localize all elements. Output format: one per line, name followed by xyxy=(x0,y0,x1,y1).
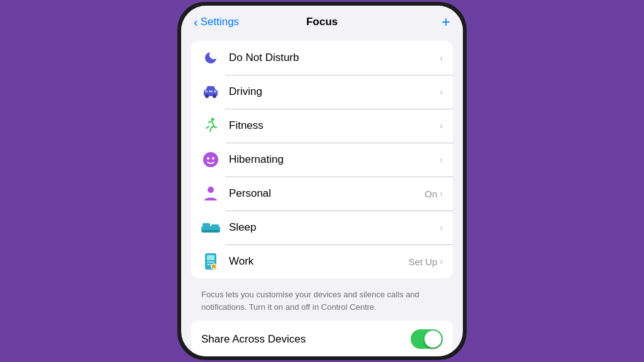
hibernating-label: Hibernating xyxy=(229,153,440,166)
svg-text:!: ! xyxy=(213,266,214,270)
svg-rect-3 xyxy=(205,90,208,92)
chevron-icon: › xyxy=(440,189,443,199)
work-status: Set Up xyxy=(408,256,437,267)
phone-screen: ‹ Settings Focus + Do Not Disturb › xyxy=(181,6,463,356)
driving-label: Driving xyxy=(229,85,440,98)
back-chevron-icon: ‹ xyxy=(194,15,198,30)
focus-item-personal[interactable]: Personal On › xyxy=(191,177,453,211)
focus-item-sleep[interactable]: Sleep › xyxy=(191,211,453,244)
chevron-icon: › xyxy=(440,53,443,63)
header: ‹ Settings Focus + xyxy=(181,6,463,36)
svg-rect-14 xyxy=(202,230,219,233)
personal-label: Personal xyxy=(229,187,425,200)
svg-point-7 xyxy=(203,152,218,167)
content-area: Do Not Disturb › xyxy=(181,36,463,356)
personal-icon xyxy=(201,184,220,203)
back-button[interactable]: ‹ Settings xyxy=(194,15,239,30)
svg-rect-13 xyxy=(211,224,219,228)
do-not-disturb-label: Do Not Disturb xyxy=(229,52,440,64)
svg-point-10 xyxy=(208,187,214,193)
footer-description: Focus lets you customise your devices an… xyxy=(191,283,453,321)
svg-point-8 xyxy=(207,157,209,160)
focus-item-driving[interactable]: Driving › xyxy=(191,75,453,109)
fitness-icon xyxy=(201,116,220,135)
chevron-icon: › xyxy=(440,222,443,233)
personal-status: On xyxy=(425,189,437,199)
work-icon: ! xyxy=(201,252,220,271)
sleep-icon xyxy=(201,218,220,237)
add-button[interactable]: + xyxy=(441,14,450,30)
svg-rect-4 xyxy=(214,90,216,92)
svg-rect-17 xyxy=(207,261,214,263)
sleep-label: Sleep xyxy=(229,221,440,234)
focus-item-work[interactable]: ! Work Set Up › xyxy=(191,244,453,278)
chevron-icon: › xyxy=(440,256,443,266)
svg-point-1 xyxy=(205,94,209,98)
back-label: Settings xyxy=(201,16,239,28)
svg-point-6 xyxy=(211,118,214,121)
chevron-icon: › xyxy=(440,87,443,97)
chevron-icon: › xyxy=(440,155,443,165)
focus-item-fitness[interactable]: Fitness › xyxy=(191,109,453,143)
page-title: Focus xyxy=(306,16,338,28)
fitness-label: Fitness xyxy=(229,119,440,132)
svg-point-9 xyxy=(212,157,214,160)
svg-rect-18 xyxy=(207,264,212,265)
phone-frame: ‹ Settings Focus + Do Not Disturb › xyxy=(177,2,467,360)
work-label: Work xyxy=(229,255,408,268)
svg-rect-5 xyxy=(209,90,213,92)
hibernating-icon xyxy=(201,150,220,169)
focus-item-do-not-disturb[interactable]: Do Not Disturb › xyxy=(191,41,453,75)
svg-rect-16 xyxy=(207,255,214,260)
svg-rect-12 xyxy=(203,223,210,228)
toggle-knob xyxy=(425,331,441,348)
svg-point-2 xyxy=(213,94,216,98)
share-across-devices-card: Share Across Devices xyxy=(191,321,453,356)
share-across-devices-toggle[interactable] xyxy=(411,329,443,349)
car-icon xyxy=(201,82,220,101)
focus-list-card: Do Not Disturb › xyxy=(191,41,453,278)
moon-icon xyxy=(201,48,220,67)
focus-item-hibernating[interactable]: Hibernating › xyxy=(191,143,453,177)
share-across-devices-label: Share Across Devices xyxy=(201,333,306,346)
chevron-icon: › xyxy=(440,121,443,131)
